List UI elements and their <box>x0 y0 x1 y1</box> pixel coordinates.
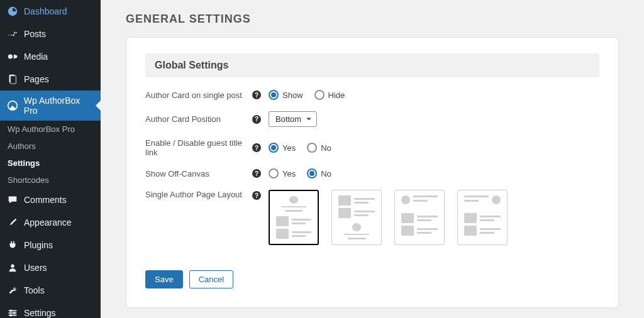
field-label: Enable / Disable guest title link <box>145 138 252 157</box>
radio-label: No <box>321 143 331 153</box>
svg-rect-2 <box>10 76 16 84</box>
radio-group-guest-title: Yes No <box>269 143 331 153</box>
radio-option-yes[interactable]: Yes <box>269 143 296 153</box>
radio-label: Yes <box>282 143 296 153</box>
submenu-item-authorbox[interactable]: Wp AuthorBox Pro <box>0 121 101 138</box>
sidebar-item-label: Media <box>24 52 48 62</box>
row-guest-title-link: Enable / Disable guest title link ? Yes … <box>145 138 599 157</box>
authorbox-icon <box>6 99 19 112</box>
sidebar-item-label: Settings <box>24 308 56 318</box>
layout-option-4[interactable] <box>457 190 508 245</box>
plug-icon <box>6 239 19 251</box>
row-show-offcanvas: Show Off-Canvas ? Yes No <box>145 168 599 178</box>
row-author-card-single: Author Card on single post ? Show Hide <box>145 90 599 100</box>
submenu-item-settings[interactable]: Settings <box>0 155 101 172</box>
pin-icon <box>6 28 19 40</box>
sidebar-item-media[interactable]: Media <box>0 45 101 68</box>
submenu-item-authors[interactable]: Authors <box>0 138 101 155</box>
layout-option-2[interactable] <box>331 190 382 245</box>
page-title: GENERAL SETTINGS <box>126 13 619 26</box>
button-row: Save Cancel <box>145 270 599 288</box>
position-select[interactable]: Bottom <box>269 111 317 127</box>
layout-option-1[interactable] <box>269 190 319 245</box>
sidebar-item-posts[interactable]: Posts <box>0 23 101 45</box>
sliders-icon <box>6 307 19 318</box>
radio-option-show[interactable]: Show <box>269 90 303 100</box>
sidebar-item-label: Plugins <box>24 240 53 250</box>
help-icon[interactable]: ? <box>252 143 261 152</box>
layout-options <box>269 190 508 245</box>
sidebar-item-comments[interactable]: Comments <box>0 189 101 211</box>
sidebar-item-tools[interactable]: Tools <box>0 279 101 302</box>
comment-icon <box>6 194 19 206</box>
row-single-layout: Single Author Page Layout ? <box>145 190 599 245</box>
sidebar-item-label: Posts <box>24 29 46 39</box>
radio-label: No <box>321 169 331 178</box>
page-icon <box>6 73 19 85</box>
svg-point-0 <box>8 54 13 58</box>
sidebar-item-label: Dashboard <box>24 6 67 16</box>
radio-group-offcanvas: Yes No <box>269 168 331 178</box>
main-content: GENERAL SETTINGS Global Settings Author … <box>101 0 644 318</box>
sidebar-item-appearance[interactable]: Appearance <box>0 211 101 234</box>
radio-option-yes[interactable]: Yes <box>269 168 296 178</box>
field-label: Author Card Position <box>145 114 252 124</box>
svg-point-9 <box>13 312 16 314</box>
sidebar-item-pages[interactable]: Pages <box>0 68 101 90</box>
layout-option-3[interactable] <box>394 190 445 245</box>
dashboard-icon <box>6 5 19 18</box>
radio-icon <box>307 143 317 153</box>
svg-point-4 <box>11 265 14 268</box>
sidebar-item-label: Pages <box>24 74 49 84</box>
sidebar-item-label: Comments <box>24 195 67 205</box>
radio-icon <box>269 168 279 178</box>
radio-label: Hide <box>328 90 345 100</box>
radio-icon <box>307 168 317 178</box>
radio-label: Yes <box>282 169 296 178</box>
user-icon <box>6 261 19 274</box>
sidebar-item-label: Tools <box>24 285 45 295</box>
radio-label: Show <box>282 90 303 100</box>
sidebar-item-plugins[interactable]: Plugins <box>0 234 101 256</box>
sidebar-item-label: Wp AuthorBox Pro <box>24 96 96 116</box>
field-label: Author Card on single post <box>145 90 252 100</box>
radio-option-no[interactable]: No <box>307 143 331 153</box>
sidebar-item-users[interactable]: Users <box>0 256 101 279</box>
radio-icon <box>314 90 325 100</box>
field-label: Show Off-Canvas <box>145 169 252 178</box>
help-icon[interactable]: ? <box>252 169 261 178</box>
sidebar-item-label: Users <box>24 263 47 273</box>
radio-option-no[interactable]: No <box>307 168 331 178</box>
section-header: Global Settings <box>145 53 599 77</box>
sidebar-item-settings[interactable]: Settings <box>0 302 101 318</box>
wrench-icon <box>6 284 19 297</box>
media-icon <box>6 50 19 63</box>
admin-sidebar: Dashboard Posts Media Pages Wp AuthorBox… <box>0 0 101 318</box>
radio-group-author-card: Show Hide <box>269 90 345 100</box>
radio-option-hide[interactable]: Hide <box>314 90 345 100</box>
select-value: Bottom <box>275 114 301 124</box>
sidebar-item-dashboard[interactable]: Dashboard <box>0 0 101 23</box>
brush-icon <box>6 216 19 229</box>
radio-icon <box>269 143 279 153</box>
sidebar-item-authorbox[interactable]: Wp AuthorBox Pro <box>0 90 101 121</box>
sidebar-item-label: Appearance <box>24 217 72 228</box>
settings-card: Global Settings Author Card on single po… <box>126 37 619 308</box>
svg-point-10 <box>10 314 13 317</box>
help-icon[interactable]: ? <box>252 90 261 99</box>
field-label: Single Author Page Layout <box>145 190 252 199</box>
submenu-item-shortcodes[interactable]: Shortcodes <box>0 172 101 189</box>
help-icon[interactable]: ? <box>252 115 261 124</box>
row-author-card-position: Author Card Position ? Bottom <box>145 111 599 127</box>
help-icon[interactable]: ? <box>252 191 261 200</box>
save-button[interactable]: Save <box>145 270 183 288</box>
radio-icon <box>269 90 279 100</box>
svg-point-8 <box>10 310 13 312</box>
cancel-button[interactable]: Cancel <box>189 270 233 288</box>
